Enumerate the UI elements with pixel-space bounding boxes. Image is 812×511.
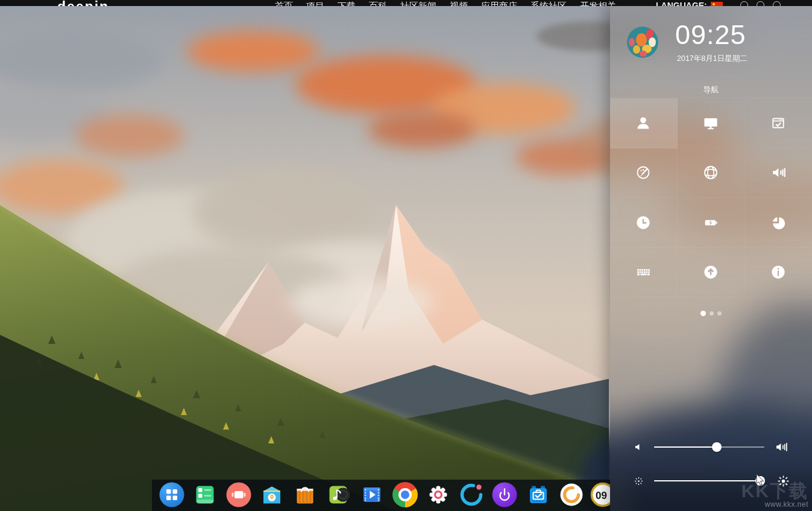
menu-item[interactable]: 视频 bbox=[450, 1, 468, 6]
module-mouse[interactable] bbox=[744, 198, 812, 248]
desktop: 09 09:25 2017年8月1日星期二 导航 bbox=[0, 0, 812, 511]
menu-item[interactable]: 应用商店 bbox=[481, 1, 517, 6]
brightness-slider-fill bbox=[654, 480, 760, 481]
clock-badge-label: 09 bbox=[596, 490, 607, 501]
menu-item[interactable]: 首页 bbox=[275, 1, 293, 6]
social-icons bbox=[740, 1, 781, 6]
module-update[interactable] bbox=[678, 248, 745, 298]
battery-bolt-icon bbox=[702, 214, 720, 232]
chrome-icon[interactable] bbox=[392, 482, 418, 507]
module-power[interactable] bbox=[678, 198, 745, 248]
purple-power-icon[interactable] bbox=[492, 482, 517, 507]
speaker-bars-icon bbox=[769, 163, 787, 182]
user-icon bbox=[634, 114, 652, 132]
menu-item[interactable]: 下载 bbox=[338, 1, 356, 6]
keyboard-icon bbox=[634, 263, 652, 281]
clock-time: 09:25 bbox=[675, 21, 746, 49]
window-check-icon bbox=[769, 114, 787, 132]
cyan-bag-icon[interactable] bbox=[259, 482, 285, 507]
globe-icon bbox=[702, 163, 720, 182]
monitor-icon bbox=[702, 114, 720, 132]
module-default-applications[interactable] bbox=[744, 98, 812, 148]
speaker-loud-icon[interactable] bbox=[775, 437, 790, 457]
social-icon[interactable] bbox=[740, 1, 748, 6]
module-accounts[interactable] bbox=[610, 98, 678, 148]
green-list-icon[interactable] bbox=[192, 482, 218, 507]
module-network[interactable] bbox=[678, 148, 745, 198]
site-logo[interactable]: deepin bbox=[57, 0, 109, 6]
arrow-up-circle-icon bbox=[702, 263, 720, 281]
menu-item[interactable]: 开发相关 bbox=[580, 1, 616, 6]
brightness-slider[interactable] bbox=[654, 480, 764, 481]
volume-slider-fill bbox=[654, 446, 717, 448]
gold-dial-icon[interactable] bbox=[559, 482, 584, 507]
site-menu: 首页 项目 下载 百科 社区新闻 视频 应用商店 系统社区 开发相关 bbox=[275, 1, 616, 6]
clock-icon bbox=[634, 214, 652, 232]
gear-red-icon[interactable] bbox=[426, 482, 451, 507]
menu-item[interactable]: 项目 bbox=[306, 1, 324, 6]
briefcase-check-icon[interactable] bbox=[526, 482, 551, 507]
module-grid bbox=[610, 98, 812, 297]
page-dot[interactable] bbox=[700, 311, 706, 316]
menu-item[interactable]: 百科 bbox=[369, 1, 387, 6]
module-keyboard[interactable] bbox=[610, 248, 678, 298]
clock-date: 2017年8月1日星期二 bbox=[677, 54, 747, 64]
orange-bag-icon[interactable] bbox=[292, 482, 318, 507]
speaker-mute-icon[interactable] bbox=[634, 437, 644, 457]
module-sound[interactable] bbox=[744, 148, 812, 198]
page-dot[interactable] bbox=[717, 311, 722, 316]
brightness-low-icon[interactable] bbox=[634, 471, 643, 490]
music-note-vinyl-icon[interactable] bbox=[326, 482, 351, 507]
control-center-panel: 09:25 2017年8月1日星期二 导航 bbox=[610, 6, 812, 511]
mouse-icon bbox=[769, 214, 787, 232]
module-personalization[interactable] bbox=[610, 148, 678, 198]
page-dot[interactable] bbox=[710, 311, 714, 316]
volume-slider-row bbox=[610, 437, 812, 457]
brightness-high-icon[interactable] bbox=[778, 471, 789, 490]
social-icon[interactable] bbox=[757, 1, 764, 6]
module-time-date[interactable] bbox=[610, 198, 678, 248]
menu-item[interactable]: 系统社区 bbox=[530, 1, 567, 6]
china-flag-icon bbox=[711, 2, 723, 7]
volume-slider-handle[interactable] bbox=[712, 442, 722, 452]
site-navbar: deepin 首页 项目 下载 百科 社区新闻 视频 应用商店 系统社区 开发相… bbox=[0, 0, 812, 6]
red-media-circle-icon[interactable] bbox=[226, 482, 251, 507]
launcher-grid-icon[interactable] bbox=[159, 482, 184, 507]
blue-ring-pink-dot-icon[interactable] bbox=[459, 482, 484, 507]
language-label: LANGUAGE: bbox=[656, 1, 707, 6]
menu-item[interactable]: 社区新闻 bbox=[400, 1, 436, 6]
search-icon[interactable] bbox=[773, 1, 781, 6]
brightness-slider-row bbox=[610, 471, 812, 490]
mouse-cursor bbox=[755, 474, 766, 486]
language-selector[interactable]: LANGUAGE: bbox=[656, 1, 723, 6]
volume-slider[interactable] bbox=[654, 446, 764, 448]
page-dots bbox=[610, 311, 812, 316]
user-avatar[interactable] bbox=[627, 27, 658, 58]
panel-nav-title: 导航 bbox=[610, 84, 812, 95]
palette-brush-icon bbox=[634, 163, 652, 182]
module-display[interactable] bbox=[678, 98, 745, 148]
film-play-icon[interactable] bbox=[359, 482, 385, 507]
module-system-info[interactable] bbox=[744, 248, 812, 298]
info-circle-icon bbox=[769, 263, 787, 281]
